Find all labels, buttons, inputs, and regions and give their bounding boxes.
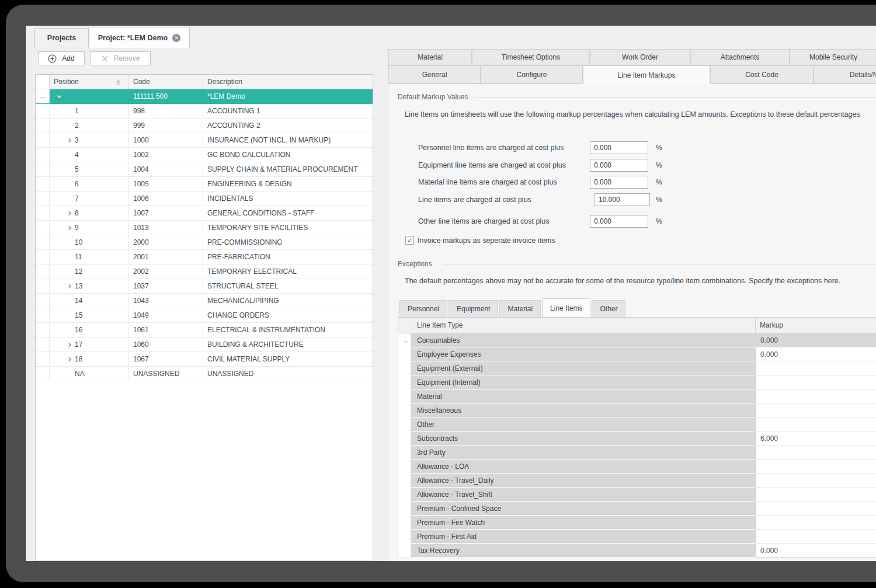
markup-cell[interactable] <box>756 502 876 516</box>
column-header-code-label: Code <box>133 78 150 86</box>
table-row[interactable]: 151049CHANGE ORDERS <box>36 308 373 323</box>
chevron-right-icon[interactable] <box>65 210 75 217</box>
tab-label: Personnel <box>408 305 439 313</box>
table-row[interactable]: 61005ENGINEERING & DESIGN <box>36 177 373 192</box>
table-row[interactable]: Allowance - LOA <box>398 460 876 474</box>
table-row[interactable]: 122002TEMPORARY ELECTRICAL <box>36 265 373 279</box>
chevron-right-icon[interactable] <box>65 283 75 290</box>
table-row[interactable]: 81007GENERAL CONDITIONS - STAFF <box>36 206 373 221</box>
table-row[interactable]: Premium - Confined Space <box>398 502 876 516</box>
description-cell: CHANGE ORDERS <box>203 308 373 322</box>
row-indicator-cell <box>36 104 50 118</box>
column-header-markup[interactable]: Markup <box>756 318 876 333</box>
chevron-right-icon[interactable] <box>65 342 75 348</box>
column-header-line-item-type[interactable]: Line Item Type <box>411 318 756 333</box>
markup-input[interactable] <box>590 141 648 154</box>
exceptions-tab-line-items[interactable]: Line Items <box>542 298 590 317</box>
chevron-down-icon[interactable] <box>54 93 64 100</box>
project-tree-header: Position Code Description <box>36 75 373 89</box>
exceptions-tab-personnel[interactable]: Personnel <box>399 300 447 317</box>
table-row[interactable]: →Consumables0.000 <box>398 333 876 347</box>
markup-cell[interactable] <box>756 389 876 403</box>
table-row[interactable]: Material <box>398 389 876 403</box>
exceptions-tab-equipment[interactable]: Equipment <box>449 300 498 317</box>
table-row[interactable]: NAUNASSIGNEDUNASSIGNED <box>36 367 373 381</box>
markup-cell[interactable] <box>756 361 876 375</box>
table-row[interactable]: Allowance - Travel_Shift <box>398 488 876 502</box>
column-header-description[interactable]: Description <box>203 75 373 89</box>
table-row[interactable]: Other <box>398 417 876 432</box>
markup-cell[interactable]: 0.000 <box>756 333 876 347</box>
tab-general[interactable]: General <box>388 65 481 83</box>
table-row[interactable]: 51004SUPPLY CHAIN & MATERIAL PROCUREMENT <box>36 162 373 177</box>
markup-cell[interactable] <box>756 460 876 474</box>
column-header-code[interactable]: Code <box>129 75 203 89</box>
add-button[interactable]: Add <box>38 51 85 65</box>
line-item-type-cell: Consumables <box>411 333 756 347</box>
table-row[interactable]: 71006INCIDENTALS <box>36 192 373 206</box>
table-row[interactable]: →111111.500*LEM Demo <box>36 89 373 104</box>
markup-cell[interactable] <box>756 417 876 432</box>
tab-timesheet-options[interactable]: Timesheet Options <box>472 49 590 65</box>
table-row[interactable]: Tax Recovery0.000 <box>398 544 876 558</box>
table-row[interactable]: Miscellaneous <box>398 403 876 417</box>
circle-x-icon[interactable]: ✕ <box>172 34 180 42</box>
table-row[interactable]: Equipment (External) <box>398 361 876 375</box>
column-header-position[interactable]: Position <box>50 75 129 89</box>
markup-cell[interactable] <box>756 474 876 488</box>
table-row[interactable]: 112001PRE-FABRICATION <box>36 250 373 265</box>
table-row[interactable]: 181067CIVIL MATERIAL SUPPLY <box>36 352 373 367</box>
tab-mobile-security[interactable]: Mobile Security <box>790 49 876 65</box>
tab-details-n[interactable]: Details/N <box>814 65 876 83</box>
markup-cell[interactable] <box>756 375 876 389</box>
table-row[interactable]: Allowance - Travel_Daily <box>398 474 876 488</box>
table-row[interactable]: Premium - Fire Watch <box>398 516 876 530</box>
code-cell: UNASSIGNED <box>129 367 203 381</box>
markup-cell[interactable] <box>756 516 876 530</box>
markup-cell[interactable]: 6.000 <box>756 432 876 446</box>
tab-work-order[interactable]: Work Order <box>590 49 690 65</box>
markup-cell[interactable] <box>756 488 876 502</box>
markup-cell[interactable] <box>756 446 876 460</box>
table-row[interactable]: 131037STRUCTURAL STEEL <box>36 279 373 294</box>
description-cell: PRE-COMMISSIONING <box>203 235 373 249</box>
chevron-right-icon[interactable] <box>65 356 75 363</box>
tab-project-lem-demo[interactable]: Project: *LEM Demo ✕ <box>89 27 190 48</box>
tab-cost-code[interactable]: Cost Code <box>710 65 814 83</box>
exceptions-tab-other[interactable]: Other <box>592 300 625 317</box>
invoice-markups-checkbox[interactable]: ✓ <box>405 236 414 245</box>
table-row[interactable]: Subcontracts6.000 <box>398 432 876 446</box>
markup-cell[interactable] <box>756 403 876 417</box>
table-row[interactable]: Equipment (Internal) <box>398 375 876 389</box>
markup-cell[interactable]: 0.000 <box>756 544 876 558</box>
table-row[interactable]: 41002GC BOND CALCULATION <box>36 148 373 162</box>
table-row[interactable]: Employee Expenses0.000 <box>398 347 876 361</box>
tab-attachments[interactable]: Attachments <box>690 49 790 65</box>
table-row[interactable]: 3rd Party <box>398 446 876 460</box>
table-row[interactable]: 161061ELECTRICAL & INSTRUMENTATION <box>36 323 373 338</box>
exceptions-tab-material[interactable]: Material <box>499 300 541 317</box>
markup-input[interactable] <box>590 215 648 228</box>
table-row[interactable]: Premium - First Aid <box>398 530 876 544</box>
table-row[interactable]: 2999ACCOUNTING 2 <box>36 119 373 133</box>
tab-configure[interactable]: Configure <box>481 65 583 83</box>
markup-cell[interactable] <box>756 530 876 544</box>
table-row[interactable]: 91013TEMPORARY SITE FACILITIES <box>36 221 373 235</box>
table-row[interactable]: 1998ACCOUNTING 1 <box>36 104 373 119</box>
chevron-right-icon[interactable] <box>65 137 75 144</box>
chevron-right-icon[interactable] <box>65 225 75 231</box>
tab-line-item-markups[interactable]: Line Item Markups <box>583 65 710 84</box>
table-row[interactable]: 141043MECHANICAL/PIPING <box>36 294 373 308</box>
row-indicator-cell <box>398 347 411 361</box>
description-cell: INSURANCE (NOT INCL. IN MARKUP) <box>203 133 373 147</box>
table-row[interactable]: 102000PRE-COMMISSIONING <box>36 235 373 250</box>
remove-button[interactable]: Remove <box>90 51 151 65</box>
markup-input[interactable] <box>595 193 650 206</box>
table-row[interactable]: 171060BUILDING & ARCHITECTURE <box>36 338 373 352</box>
markup-cell[interactable]: 0.000 <box>756 347 876 361</box>
markup-input[interactable] <box>590 159 648 172</box>
tab-material[interactable]: Material <box>388 49 472 65</box>
tab-projects[interactable]: Projects <box>34 28 89 47</box>
markup-input[interactable] <box>590 176 648 189</box>
table-row[interactable]: 31000INSURANCE (NOT INCL. IN MARKUP) <box>36 133 373 148</box>
